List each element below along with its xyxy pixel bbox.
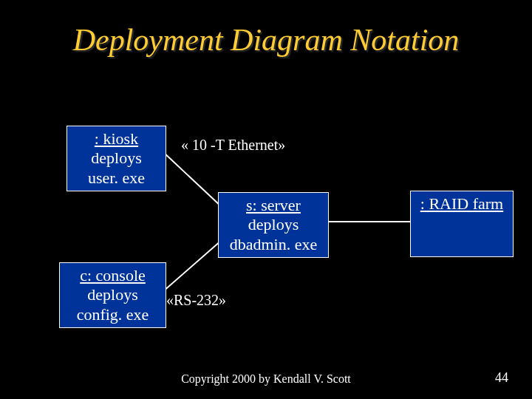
node-kiosk-body: deploysuser. exe (88, 149, 145, 186)
node-console: c: console deploysconfig. exe (59, 262, 166, 328)
footer-copyright: Copyright 2000 by Kendall V. Scott (0, 372, 532, 386)
node-kiosk: : kiosk deploysuser. exe (66, 126, 166, 191)
label-rs232: «RS-232» (166, 292, 226, 309)
node-server-body: deploysdbadmin. exe (230, 215, 318, 253)
svg-line-0 (163, 151, 222, 207)
node-server: s: server deploysdbadmin. exe (218, 192, 329, 258)
node-console-name: c: console (64, 266, 161, 285)
page-number: 44 (495, 370, 508, 386)
node-raid-name: : RAID farm (415, 194, 508, 214)
node-kiosk-name: : kiosk (72, 129, 161, 149)
node-server-name: s: server (223, 196, 324, 215)
label-ethernet: « 10 -T Ethernet» (181, 137, 285, 154)
node-console-body: deploysconfig. exe (77, 285, 149, 323)
svg-line-1 (163, 240, 222, 292)
slide-title: Deployment Diagram Notation (0, 22, 532, 58)
node-raid: : RAID farm (410, 191, 514, 257)
